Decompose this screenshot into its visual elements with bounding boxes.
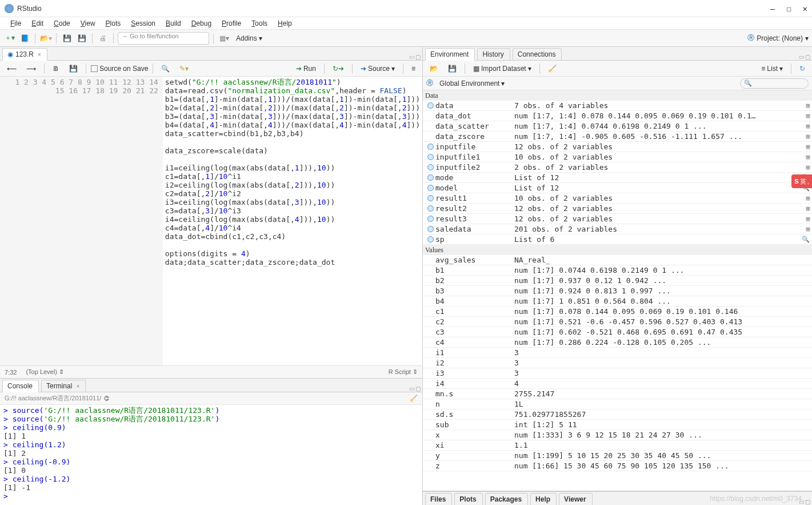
- rerun-button[interactable]: ↻➔: [329, 63, 347, 74]
- expand-icon[interactable]: [427, 164, 434, 170]
- grid-icon[interactable]: ▦: [806, 112, 810, 120]
- search-environment-input[interactable]: 🔍: [740, 78, 809, 89]
- menu-plots[interactable]: Plots: [101, 18, 126, 29]
- grid-icon[interactable]: ▦: [806, 122, 810, 130]
- env-row-avg_sales[interactable]: avg_salesNA_real_: [423, 255, 812, 265]
- magnify-icon[interactable]: 🔍: [802, 236, 810, 243]
- env-row-i2[interactable]: i23: [423, 358, 812, 368]
- br-tab-packages[interactable]: Packages: [485, 493, 528, 505]
- close-tab-icon[interactable]: ×: [38, 51, 41, 58]
- env-row-i1[interactable]: i13: [423, 348, 812, 358]
- env-row-c4[interactable]: c4num [1:7] 0.286 0.224 -0.128 0.105 0.2…: [423, 337, 812, 348]
- env-row-sd.s[interactable]: sd.s751.029771855267: [423, 409, 812, 420]
- env-row-data_dot[interactable]: data_dotnum [1:7, 1:4] 0.078 0.144 0.095…: [423, 111, 812, 121]
- env-row-i3[interactable]: i33: [423, 368, 812, 379]
- grid-icon[interactable]: ▦: [806, 205, 810, 212]
- env-row-b4[interactable]: b4num [1:7] 1 0.851 0 0.564 0.804 ...: [423, 296, 812, 307]
- close-button[interactable]: ✕: [803, 4, 807, 13]
- maximize-pane-icon[interactable]: ▢: [805, 499, 810, 505]
- minimize-button[interactable]: —: [770, 4, 775, 13]
- environment-scope-selector[interactable]: Global Environment ▾: [436, 78, 508, 89]
- save-file-button[interactable]: 💾: [66, 63, 81, 74]
- env-row-saledata[interactable]: saledata201 obs. of 2 variables▦: [423, 224, 812, 234]
- grid-button[interactable]: ▦▾: [218, 32, 230, 45]
- env-row-result2[interactable]: result212 obs. of 2 variables▦: [423, 204, 812, 214]
- env-row-b3[interactable]: b3num [1:7] 0.924 0 0.813 1 0.997 ...: [423, 286, 812, 296]
- back-button[interactable]: ⟵: [3, 63, 20, 74]
- env-row-model[interactable]: modelList of 12🔍: [423, 183, 812, 193]
- console-tab-terminal[interactable]: Terminal×: [41, 380, 86, 392]
- source-button[interactable]: ➔ Source ▾: [357, 63, 398, 74]
- grid-icon[interactable]: ▦: [806, 225, 810, 233]
- code-tools-button[interactable]: ✎▾: [176, 63, 192, 74]
- env-row-c2[interactable]: c2num [1:7] 0.521 -0.6 -0.457 0.596 0.52…: [423, 317, 812, 327]
- menu-help[interactable]: Help: [273, 18, 297, 29]
- path-browse-icon[interactable]: ⮈: [103, 395, 110, 402]
- maximize-pane-icon[interactable]: ▢: [415, 385, 421, 392]
- menu-tools[interactable]: Tools: [247, 18, 272, 29]
- source-on-save-checkbox[interactable]: Source on Save: [91, 65, 148, 73]
- menu-session[interactable]: Session: [126, 18, 160, 29]
- env-row-data[interactable]: data7 obs. of 4 variables▦: [423, 101, 812, 111]
- env-row-sp[interactable]: spList of 6🔍: [423, 234, 812, 245]
- code-editor[interactable]: 1 2 3 4 5 6 7 8 9 10 11 12 13 14 15 16 1…: [0, 77, 422, 365]
- save-workspace-button[interactable]: 💾: [445, 63, 460, 74]
- env-row-result1[interactable]: result110 obs. of 2 variables▦: [423, 193, 812, 204]
- env-row-c1[interactable]: c1num [1:7] 0.078 0.144 0.095 0.069 0.19…: [423, 307, 812, 317]
- env-row-b1[interactable]: b1num [1:7] 0.0744 0.6198 0.2149 0 1 ...: [423, 265, 812, 276]
- save-all-button[interactable]: 💾: [75, 32, 88, 45]
- env-row-mn.s[interactable]: mn.s2755.2147: [423, 389, 812, 399]
- env-row-z[interactable]: znum [1:66] 15 30 45 60 75 90 105 120 13…: [423, 461, 812, 471]
- new-file-button[interactable]: ＋▾: [3, 32, 16, 45]
- env-row-xi[interactable]: xi1.1: [423, 440, 812, 451]
- env-row-i4[interactable]: i44: [423, 379, 812, 389]
- load-workspace-button[interactable]: 📂: [426, 63, 442, 74]
- env-row-x[interactable]: xnum [1:333] 3 6 9 12 15 18 21 24 27 30 …: [423, 430, 812, 440]
- expand-icon[interactable]: [427, 195, 434, 201]
- source-tab-123r[interactable]: ◉ 123.R ×: [2, 48, 47, 61]
- grid-icon[interactable]: ▦: [806, 133, 810, 140]
- env-row-inputfile1[interactable]: inputfile110 obs. of 2 variables▦: [423, 152, 812, 162]
- ime-indicator[interactable]: S英 ,: [791, 174, 812, 188]
- scope-label[interactable]: (Top Level) ⇕: [26, 368, 63, 376]
- br-tab-help[interactable]: Help: [530, 493, 557, 505]
- expand-icon[interactable]: [427, 205, 434, 212]
- minimize-pane-icon[interactable]: ▭: [409, 54, 414, 60]
- minimize-pane-icon[interactable]: ▭: [799, 54, 804, 60]
- br-tab-plots[interactable]: Plots: [454, 493, 482, 505]
- console-output[interactable]: > source('G:/!! aaclassnew/R语言/20181011/…: [0, 405, 422, 505]
- menu-view[interactable]: View: [76, 18, 100, 29]
- maximize-pane-icon[interactable]: ▢: [805, 54, 810, 60]
- language-label[interactable]: R Script ⇕: [389, 368, 418, 376]
- expand-icon[interactable]: [427, 174, 434, 181]
- new-project-button[interactable]: 📘: [18, 32, 31, 45]
- br-tab-viewer[interactable]: Viewer: [559, 493, 592, 505]
- env-row-b2[interactable]: b2num [1:7] 0.937 0 0.12 1 0.942 ...: [423, 276, 812, 286]
- menu-code[interactable]: Code: [49, 18, 75, 29]
- maximize-pane-icon[interactable]: ▢: [415, 54, 421, 60]
- forward-button[interactable]: ⟶: [23, 63, 39, 74]
- env-tab-environment[interactable]: Environment: [425, 48, 475, 61]
- grid-icon[interactable]: ▦: [806, 143, 810, 150]
- menu-profile[interactable]: Profile: [217, 18, 246, 29]
- open-file-button[interactable]: 📂▾: [39, 32, 52, 45]
- menu-edit[interactable]: Edit: [27, 18, 48, 29]
- env-row-sub[interactable]: subint [1:2] 5 11: [423, 420, 812, 430]
- refresh-env-button[interactable]: ↻: [796, 63, 809, 74]
- expand-icon[interactable]: [427, 154, 434, 160]
- expand-icon[interactable]: [427, 236, 434, 242]
- menu-build[interactable]: Build: [161, 18, 186, 29]
- env-tab-connections[interactable]: Connections: [513, 48, 562, 61]
- expand-icon[interactable]: [427, 102, 434, 109]
- clear-workspace-button[interactable]: 🧹: [545, 63, 560, 74]
- menu-file[interactable]: File: [6, 18, 26, 29]
- env-row-y[interactable]: ynum [1:199] 5 10 15 20 25 30 35 40 45 5…: [423, 451, 812, 461]
- clear-console-icon[interactable]: 🧹: [410, 395, 418, 402]
- save-button[interactable]: 💾: [61, 32, 73, 45]
- grid-icon[interactable]: ▦: [806, 153, 810, 161]
- env-row-inputfile2[interactable]: inputfile22 obs. of 2 variables▦: [423, 162, 812, 173]
- br-tab-files[interactable]: Files: [425, 493, 452, 505]
- expand-icon[interactable]: [427, 185, 434, 191]
- expand-icon[interactable]: [427, 144, 434, 150]
- project-dropdown[interactable]: ▾: [805, 34, 809, 42]
